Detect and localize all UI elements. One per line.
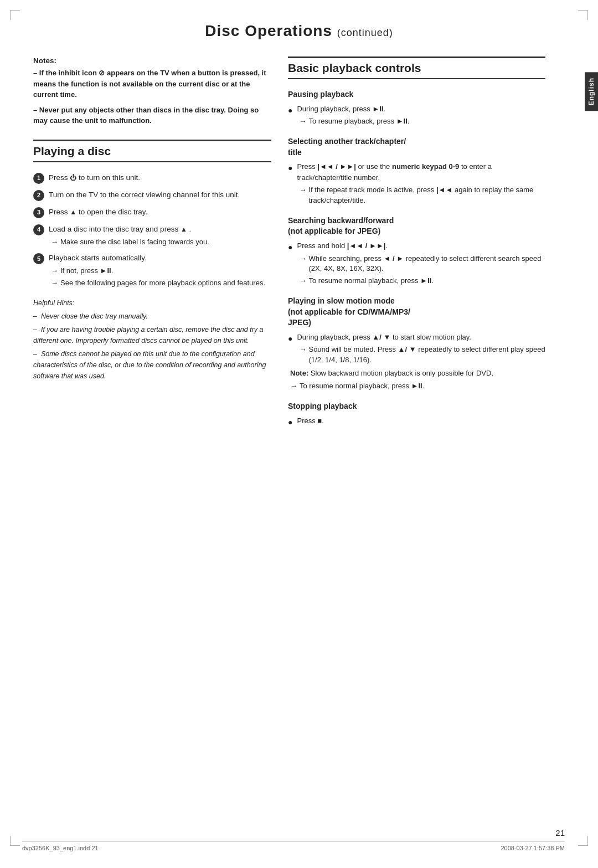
bullet-icon-sh: ● xyxy=(288,242,292,253)
selecting-arrow-text: If the repeat track mode is active, pres… xyxy=(308,185,545,205)
step-5-arrow2: → See the following pages for more playb… xyxy=(51,278,271,288)
stopping-text: Press ■. xyxy=(297,417,323,425)
step-4-text: Load a disc into the disc tray and press… xyxy=(49,225,191,233)
searching-arrow2: → To resume normal playback, press ►II. xyxy=(299,276,545,286)
searching-text: Press and hold |◄◄ / ►►|. xyxy=(297,242,388,250)
arrow-icon-p: → xyxy=(299,116,306,126)
arrow-icon: → xyxy=(51,237,58,247)
step-num-1: 1 xyxy=(33,173,44,184)
corner-mark-bl xyxy=(10,836,20,846)
step-1-content: Press ⏻ to turn on this unit. xyxy=(49,172,271,183)
english-tab: English xyxy=(585,72,598,111)
arrow-icon-sh2: → xyxy=(299,276,306,286)
step-4: 4 Load a disc into the disc tray and pre… xyxy=(33,224,271,247)
corner-mark-tl xyxy=(10,10,20,20)
hint-2: – If you are having trouble playing a ce… xyxy=(33,324,271,346)
subsection-slow-motion: Playing in slow motion mode(not applicab… xyxy=(288,296,545,391)
step-2-content: Turn on the TV to the correct viewing ch… xyxy=(49,189,271,201)
step-1-text: Press ⏻ to turn on this unit. xyxy=(49,173,140,182)
notes-line1: – If the inhibit icon ⊘ appears on the T… xyxy=(33,68,271,100)
searching-arrow2-text: To resume normal playback, press ►II. xyxy=(308,276,433,286)
slow-motion-content: During playback, press ▲/ ▼ to start slo… xyxy=(297,332,545,365)
playing-disc-header: Playing a disc xyxy=(33,140,271,162)
notes-title: Notes: xyxy=(33,57,271,65)
step-5: 5 Playback starts automatically. → If no… xyxy=(33,253,271,289)
subsection-searching: Searching backward/forward(not applicabl… xyxy=(288,215,545,286)
left-column: Notes: – If the inhibit icon ⊘ appears o… xyxy=(33,57,271,382)
footer-right: 2008-03-27 1:57:38 PM xyxy=(501,845,565,851)
playing-disc-steps: 1 Press ⏻ to turn on this unit. 2 Turn o… xyxy=(33,172,271,289)
helpful-hints: Helpful Hints: – Never close the disc tr… xyxy=(33,297,271,382)
searching-bullet: ● Press and hold |◄◄ / ►►|. → While sear… xyxy=(288,240,545,286)
step-num-2: 2 xyxy=(33,190,44,201)
step-4-arrow-text: Make sure the disc label is facing towar… xyxy=(60,237,209,247)
slow-motion-bullet: ● During playback, press ▲/ ▼ to start s… xyxy=(288,332,545,365)
arrow-icon-sm2: → xyxy=(290,381,297,391)
step-3: 3 Press ▲ to open the disc tray. xyxy=(33,207,271,218)
arrow-icon-sm1: → xyxy=(299,345,306,355)
subsection-pausing: Pausing playback ● During playback, pres… xyxy=(288,89,545,126)
pausing-bullet: ● During playback, press ►II. → To resum… xyxy=(288,104,545,127)
pausing-title: Pausing playback xyxy=(288,89,545,100)
hint-1: – Never close the disc tray manually. xyxy=(33,311,271,322)
pausing-arrow: → To resume playback, press ►II. xyxy=(299,116,545,126)
selecting-content: Press |◄◄ / ►►| or use the numeric keypa… xyxy=(297,161,545,205)
step-5-text: Playback starts automatically. xyxy=(49,254,147,262)
slow-motion-arrow1-text: Sound will be muted. Press ▲/ ▼ repeated… xyxy=(308,345,545,364)
pausing-content: During playback, press ►II. → To resume … xyxy=(297,104,545,127)
step-4-content: Load a disc into the disc tray and press… xyxy=(49,224,271,247)
title-continued: (continued) xyxy=(337,27,393,38)
selecting-arrow: → If the repeat track mode is active, pr… xyxy=(299,185,545,205)
step-num-5: 5 xyxy=(33,253,44,264)
notes-line2: – Never put any objects other than discs… xyxy=(33,105,271,126)
step-5-arrow2-text: See the following pages for more playbac… xyxy=(60,278,265,288)
notes-box: Notes: – If the inhibit icon ⊘ appears o… xyxy=(33,57,271,126)
arrow-icon-5a: → xyxy=(51,266,58,276)
basic-playback-title: Basic playback controls xyxy=(288,61,545,75)
content-area: Disc Operations (continued) Notes: – If … xyxy=(0,0,598,482)
step-5-arrow1: → If not, press ►II. xyxy=(51,266,271,276)
stopping-bullet: ● Press ■. xyxy=(288,415,545,428)
bullet-icon-sm: ● xyxy=(288,333,292,345)
slow-motion-title: Playing in slow motion mode(not applicab… xyxy=(288,296,545,328)
bullet-icon: ● xyxy=(288,105,292,116)
step-3-content: Press ▲ to open the disc tray. xyxy=(49,207,271,218)
step-4-arrow: → Make sure the disc label is facing tow… xyxy=(51,237,271,247)
step-2-text: Turn on the TV to the correct viewing ch… xyxy=(49,191,240,199)
step-2: 2 Turn on the TV to the correct viewing … xyxy=(33,189,271,201)
selecting-text: Press |◄◄ / ►►| or use the numeric keypa… xyxy=(297,162,491,182)
slow-motion-arrow2-text: To resume normal playback, press ►II. xyxy=(300,381,424,391)
title-text: Disc Operations xyxy=(205,22,332,39)
arrow-icon-5b: → xyxy=(51,278,58,288)
playing-disc-title: Playing a disc xyxy=(33,145,271,158)
searching-arrow1: → While searching, press ◄ / ► repeatedl… xyxy=(299,254,545,274)
footer: dvp3256K_93_eng1.indd 21 2008-03-27 1:57… xyxy=(22,841,565,851)
selecting-bullet: ● Press |◄◄ / ►►| or use the numeric key… xyxy=(288,161,545,205)
step-5-content: Playback starts automatically. → If not,… xyxy=(49,253,271,289)
step-5-arrow1-text: If not, press ►II. xyxy=(60,266,113,276)
stopping-content: Press ■. xyxy=(297,415,545,427)
pausing-arrow-text: To resume playback, press ►II. xyxy=(308,116,409,126)
bullet-icon-s: ● xyxy=(288,162,292,174)
selecting-title: Selecting another track/chapter/title xyxy=(288,136,545,158)
two-column-layout: Notes: – If the inhibit icon ⊘ appears o… xyxy=(33,57,565,438)
hint-3: – Some discs cannot be played on this un… xyxy=(33,348,271,382)
hints-title: Helpful Hints: xyxy=(33,297,271,309)
right-column: Basic playback controls Pausing playback… xyxy=(288,57,565,438)
searching-arrow1-text: While searching, press ◄ / ► repeatedly … xyxy=(308,254,545,274)
slow-motion-arrow1: → Sound will be muted. Press ▲/ ▼ repeat… xyxy=(299,345,545,364)
slow-motion-text: During playback, press ▲/ ▼ to start slo… xyxy=(297,333,471,341)
page-number: 21 xyxy=(555,828,565,838)
stopping-title: Stopping playback xyxy=(288,401,545,412)
searching-content: Press and hold |◄◄ / ►►|. → While search… xyxy=(297,240,545,286)
subsection-selecting: Selecting another track/chapter/title ● … xyxy=(288,136,545,206)
basic-playback-header: Basic playback controls xyxy=(288,57,545,79)
step-1: 1 Press ⏻ to turn on this unit. xyxy=(33,172,271,184)
subsection-stopping: Stopping playback ● Press ■. xyxy=(288,401,545,428)
corner-mark-tr xyxy=(578,10,588,20)
slow-motion-arrow2: → To resume normal playback, press ►II. xyxy=(290,381,545,391)
step-num-4: 4 xyxy=(33,224,44,235)
step-num-3: 3 xyxy=(33,207,44,218)
arrow-icon-s: → xyxy=(299,185,306,195)
corner-mark-br xyxy=(578,836,588,846)
